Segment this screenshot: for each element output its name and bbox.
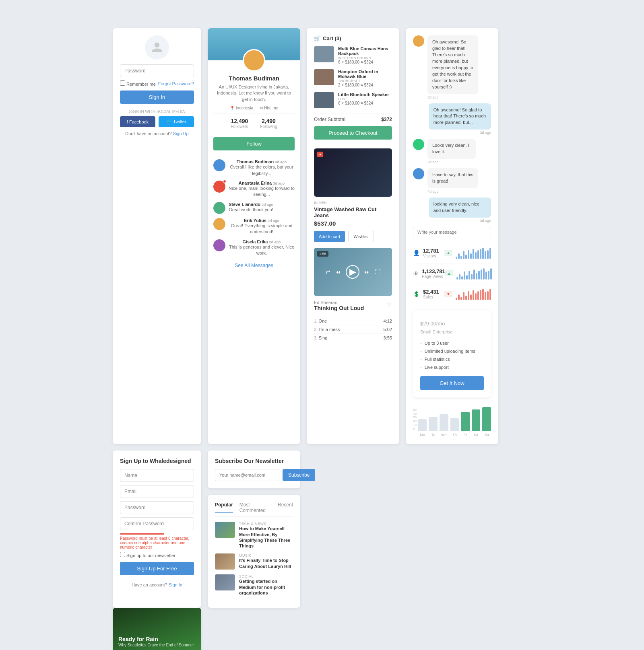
blog-thumb — [215, 553, 235, 570]
blog-item-content: SOCIAL Getting started on Medium for non… — [239, 574, 293, 596]
profile-avatar — [243, 49, 265, 72]
newsletter-checkbox[interactable] — [120, 552, 125, 557]
bar-chart-bar — [429, 417, 438, 431]
profile-meta: 📍 Indonesia ✉ Hire me — [213, 106, 295, 110]
facebook-button[interactable]: f Facebook — [120, 116, 155, 127]
signup-link[interactable]: Sign Up — [173, 131, 189, 136]
chat-bubble-container: Oh awesome! So glad to hear that! There'… — [427, 35, 491, 99]
col2-row2: Subscribe Our Newsletter Subscribe Popul… — [208, 450, 300, 608]
trend-badge: ▲ — [445, 270, 453, 276]
product-badge: ● — [317, 152, 323, 157]
chat-bubble-container: Looks very clean, I love it. 3d ago — [427, 139, 488, 164]
sparkline-bar — [489, 289, 491, 300]
bar-chart: 50 40 30 20 10 0 MoTuWeThFrSaSu — [413, 403, 491, 437]
blog-img-bg: Ready for Rain Why Seattleites Crave the… — [113, 608, 201, 650]
remember-checkbox[interactable] — [120, 80, 125, 86]
sparkline-bar — [463, 251, 464, 259]
signin-link[interactable]: Sign In — [169, 582, 182, 587]
newsletter-email-input[interactable] — [215, 469, 279, 481]
blog-post-title: Ready for Rain — [118, 636, 194, 643]
stat-right: ▲ — [444, 247, 491, 259]
see-all-messages-link[interactable]: See All Messages — [213, 260, 295, 268]
forgot-password-link[interactable]: Forgot Password? — [158, 81, 194, 86]
wishlist-button[interactable]: Wishlist — [348, 231, 374, 242]
cart-item: Hampton Oxford in Mohawk Blue THORCRAFT … — [314, 69, 392, 87]
chat-message: looking very clean, nice and user friend… — [413, 197, 491, 223]
get-it-now-button[interactable]: Get It Now — [420, 376, 484, 390]
prev-icon[interactable]: ⏮ — [335, 269, 341, 275]
chat-bubble-right-wrap: looking very clean, nice and user friend… — [413, 197, 491, 223]
message-item: Gisela Erika 2d ago This is generous and… — [213, 239, 295, 257]
profile-info: Thomas Budiman An UI/UX Designer living … — [208, 60, 300, 159]
signup-title: Sign Up to Whaledesigned — [120, 458, 194, 464]
next-icon[interactable]: ⏭ — [364, 269, 370, 275]
chat-bubble-right-wrap: Oh awesome! So glad to hear that! There'… — [413, 103, 491, 135]
tab-recent[interactable]: Recent — [278, 502, 293, 513]
pricing-price-block: $29.00/mo — [420, 317, 445, 328]
signin-button[interactable]: Sign In — [120, 91, 194, 104]
password-input[interactable] — [120, 64, 194, 77]
sparkline-bar — [463, 292, 464, 300]
twitter-button[interactable]: 🐦 Twitter — [159, 116, 194, 127]
msg-avatar — [213, 181, 225, 193]
chat-messages: Oh awesome! So glad to hear that! There'… — [413, 35, 491, 223]
sparkline-bar — [480, 249, 481, 259]
product-price: $537.00 — [314, 220, 392, 227]
sparkline-bar — [476, 273, 477, 280]
chat-bubble: looking very clean, nice and user friend… — [429, 197, 491, 218]
confirm-password-input[interactable] — [120, 517, 194, 530]
star-icon[interactable]: ☆ — [386, 300, 392, 308]
bar-chart-bar — [440, 414, 448, 431]
login-avatar — [145, 35, 169, 60]
msg-body: Anastasia Erina 3d ago Nice one, man! lo… — [229, 181, 295, 198]
newsletter-card: Subscribe Our Newsletter Subscribe — [208, 450, 300, 488]
signup-card: Sign Up to Whaledesigned Password must b… — [113, 450, 201, 608]
message-item: Thomas Budiman 3d ago Overall I like the… — [213, 159, 295, 177]
cart-card: 🛒 Cart (3) Multi Blue Canvas Hans Backpa… — [307, 28, 399, 444]
profile-hire[interactable]: ✉ Hire me — [260, 106, 278, 110]
remember-label[interactable]: Remember me — [120, 80, 156, 86]
tab-most-commented[interactable]: Most Commented — [239, 502, 271, 513]
msg-body: Steve Lianardo 2d ago Great work, thank … — [229, 202, 273, 213]
play-icon[interactable]: ▶ — [346, 265, 359, 279]
profile-name: Thomas Budiman — [213, 75, 295, 82]
track-item: 1. One 4:12 — [314, 317, 392, 325]
stat-text: 12,781 Visitors — [423, 248, 439, 258]
sparkline-bar — [456, 257, 457, 259]
email-input[interactable] — [120, 485, 194, 498]
music-info: Ed Sheeran Thinking Out Loud ☆ — [314, 300, 392, 315]
chat-bubble: Looks very clean, I love it. — [427, 139, 476, 159]
name-input[interactable] — [120, 469, 194, 482]
checkout-button[interactable]: Proceed to Checkout — [314, 126, 392, 140]
product-name: Vintage Washed Raw Cut Jeans — [314, 206, 392, 218]
stat-row-sales: 💲 $2,431 Sales ▼ — [413, 284, 491, 304]
music-text: Ed Sheeran Thinking Out Loud — [314, 300, 364, 315]
tab-popular[interactable]: Popular — [215, 502, 233, 513]
subscribe-button[interactable]: Subscribe — [283, 469, 315, 481]
chat-input[interactable] — [417, 230, 487, 234]
sparkline-bar — [471, 274, 473, 280]
sparkline-bar — [456, 277, 458, 280]
follow-button[interactable]: Follow — [213, 137, 295, 150]
newsletter-row: Subscribe — [215, 469, 293, 481]
msg-avatar — [213, 202, 225, 214]
bar-chart-section: 50 40 30 20 10 0 MoTuWeThFrSaSu — [413, 403, 491, 437]
newsletter-checkbox-row[interactable]: Sign up to our newsletter — [120, 552, 194, 558]
pricing-price: $29.00/mo — [420, 317, 445, 327]
fullscreen-icon[interactable]: ⛶ — [375, 269, 380, 275]
chat-message: Oh awesome! So glad to hear that! There'… — [413, 35, 491, 99]
sparkline-bar — [464, 272, 465, 280]
add-to-cart-button[interactable]: Add to cart — [314, 231, 345, 242]
sparkline-bar — [473, 249, 474, 259]
trend-badge: ▼ — [444, 291, 452, 297]
signup-button[interactable]: Sign Up For Free — [120, 562, 194, 575]
following-stat: 2,490 Following — [260, 118, 277, 129]
msg-avatar — [213, 218, 225, 230]
chat-time: 3d ago — [413, 219, 491, 223]
sparkline-bar — [458, 253, 460, 259]
sparkline-bar — [458, 294, 460, 300]
profile-cover — [208, 28, 300, 60]
signup-password-input[interactable] — [120, 501, 194, 514]
profile-bio: An UI/UX Designer living in Jakarta, Ind… — [213, 84, 295, 103]
shuffle-icon[interactable]: ⇄ — [326, 269, 330, 275]
